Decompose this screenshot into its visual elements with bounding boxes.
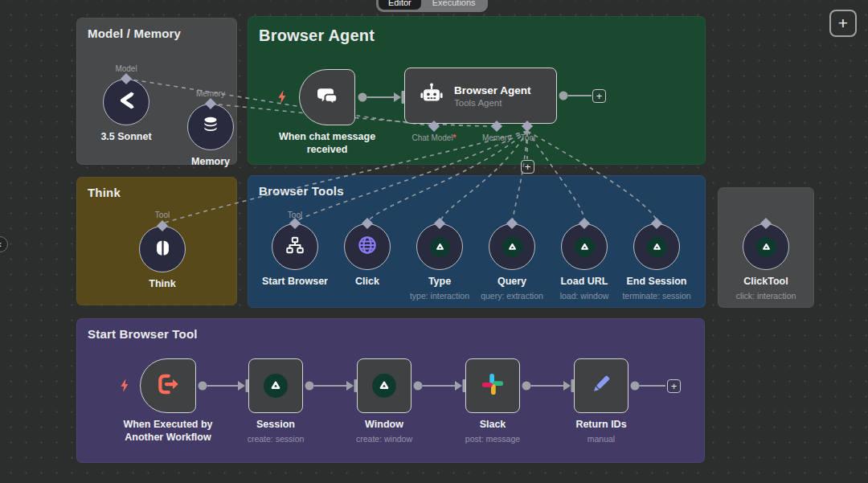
add-node-button[interactable]: + <box>829 10 857 37</box>
sitemap-icon <box>285 235 305 259</box>
node-label: When Executed by Another Workflow <box>108 419 228 444</box>
port-label-think-tool: Tool <box>155 211 170 219</box>
globe-icon <box>356 234 379 260</box>
node-session[interactable]: Session create: session <box>215 358 336 444</box>
tab-editor[interactable]: Editor <box>379 0 421 10</box>
slack-node-body[interactable] <box>465 358 520 413</box>
node-label: Slack <box>480 419 506 432</box>
node-label: Query <box>497 276 526 289</box>
robot-icon <box>418 80 445 111</box>
node-slack[interactable]: Slack post: message <box>432 358 553 444</box>
node-label: Load URL <box>560 276 608 289</box>
return-ids-node-body[interactable] <box>574 358 628 413</box>
node-label: Type <box>428 276 451 289</box>
add-next-node-button[interactable]: + <box>667 379 681 393</box>
agent-node-title: Browser Agent <box>454 84 531 98</box>
group-title-browser-tools: Browser Tools <box>248 176 705 206</box>
node-subtitle: create: window <box>356 434 412 444</box>
airtop-icon <box>430 237 450 257</box>
node-click-circle[interactable] <box>344 223 391 270</box>
add-tool-button[interactable]: + <box>521 160 534 174</box>
node-subtitle: query: extraction <box>481 291 543 301</box>
node-clicktool[interactable]: ClickTool click: interaction <box>718 223 814 301</box>
chat-bubbles-icon <box>314 83 340 112</box>
group-title-browser-agent: Browser Agent <box>248 17 705 55</box>
session-node-body[interactable] <box>248 358 303 413</box>
group-title-model-memory: Model / Memory <box>77 18 236 48</box>
node-3-5-sonnet-circle[interactable] <box>103 79 149 125</box>
workflow-canvas[interactable]: Model / Memory Browser Agent Think Brows… <box>0 0 868 483</box>
anthropic-model-icon <box>115 89 137 115</box>
node-subtitle: click: interaction <box>736 291 796 301</box>
node-label: ClickTool <box>743 276 788 289</box>
node-label: Memory <box>191 156 230 169</box>
node-type-circle[interactable] <box>416 223 463 270</box>
airtop-icon <box>756 237 776 257</box>
slack-icon <box>480 371 506 400</box>
node-memory-circle[interactable] <box>187 104 234 150</box>
node-3-5-sonnet[interactable]: 3.5 Sonnet <box>78 79 174 144</box>
airtop-icon <box>575 237 595 257</box>
node-subtitle: load: window <box>560 291 609 301</box>
node-label: Session <box>256 419 295 432</box>
node-label: Start Browser <box>262 276 328 289</box>
node-end-session[interactable]: End Session terminate: session <box>608 223 705 301</box>
airtop-icon <box>502 237 522 257</box>
port-label-model: Model <box>115 64 137 73</box>
collapse-sidebar-button[interactable]: ‹ <box>0 236 8 252</box>
workflow-exit-icon <box>154 370 182 401</box>
agent-node-subtitle: Tools Agent <box>454 98 531 108</box>
node-label: 3.5 Sonnet <box>100 131 151 144</box>
port-label-memory: Memory <box>196 89 225 98</box>
chat-trigger-node-body[interactable] <box>299 69 355 125</box>
node-window[interactable]: Window create: window <box>324 358 444 444</box>
node-label: When chat message received <box>271 131 383 156</box>
node-label: End Session <box>626 276 686 289</box>
group-title-think: Think <box>77 178 236 207</box>
brain-icon <box>152 237 174 262</box>
workflow-trigger-node-body[interactable] <box>140 358 196 413</box>
node-subtitle: manual <box>588 434 615 444</box>
tab-executions[interactable]: Executions <box>423 0 485 10</box>
port-label-agent-tool: Tool <box>521 133 535 142</box>
node-subtitle: create: session <box>248 434 305 444</box>
node-think[interactable]: Think <box>114 226 211 291</box>
node-when-executed-by-another-workflow[interactable]: When Executed by Another Workflow <box>108 358 228 444</box>
database-icon <box>200 115 221 139</box>
node-browser-agent[interactable]: Browser Agent Tools Agent <box>404 68 557 124</box>
node-return-ids[interactable]: Return IDs manual <box>541 358 661 444</box>
port-label-chat-model: Chat Model* <box>411 133 456 142</box>
node-label: Think <box>149 278 175 291</box>
group-title-start-browser-tool: Start Browser Tool <box>77 319 704 349</box>
node-subtitle: terminate: session <box>622 291 690 301</box>
pencil-icon <box>588 371 614 400</box>
node-label: Window <box>365 419 403 432</box>
node-subtitle: type: interaction <box>410 291 469 301</box>
node-subtitle: post: message <box>465 434 520 444</box>
node-label: Click <box>355 276 379 289</box>
node-think-circle[interactable] <box>139 226 186 272</box>
node-query-circle[interactable] <box>489 223 535 270</box>
node-clicktool-circle[interactable] <box>743 223 789 270</box>
required-asterisk: * <box>453 133 457 142</box>
node-label: Return IDs <box>575 419 626 432</box>
node-end-session-circle[interactable] <box>633 223 680 270</box>
editor-executions-tabs[interactable]: Editor Executions <box>376 0 488 12</box>
node-start-browser-circle[interactable] <box>272 223 318 270</box>
airtop-icon <box>264 374 288 398</box>
node-when-chat-message-received[interactable]: When chat message received <box>267 69 387 156</box>
airtop-icon <box>372 374 396 398</box>
node-load-url-circle[interactable] <box>561 223 608 270</box>
window-node-body[interactable] <box>357 358 411 413</box>
add-next-node-button[interactable]: + <box>592 89 606 103</box>
port-label-agent-memory: Memory <box>482 133 511 142</box>
airtop-icon <box>647 237 667 257</box>
node-memory[interactable]: Memory <box>162 104 259 169</box>
